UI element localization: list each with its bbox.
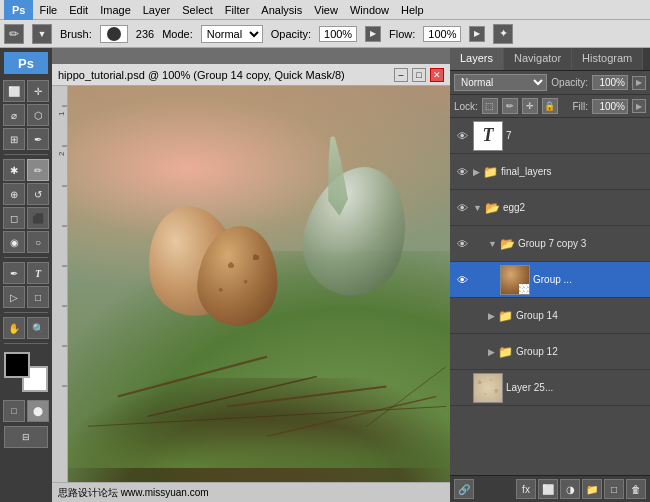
opacity-value[interactable]: 100% [319,26,357,42]
eye-group7copy3[interactable]: 👁 [454,236,470,252]
lock-all-btn[interactable]: 🔒 [542,98,558,114]
path-selection-btn[interactable]: ▷ [3,286,25,308]
lock-position-btn[interactable]: ✛ [522,98,538,114]
menu-select[interactable]: Select [176,0,219,20]
layer-info-group14: Group 14 [516,310,646,321]
menu-filter[interactable]: Filter [219,0,255,20]
fill-value[interactable]: 100% [592,99,628,114]
menu-file[interactable]: File [33,0,63,20]
layers-controls: Normal Multiply Screen Opacity: 100% ▶ [450,71,650,95]
standard-mode-btn[interactable]: □ [3,400,25,422]
menu-analysis[interactable]: Analysis [255,0,308,20]
adjustment-btn[interactable]: ◑ [560,479,580,499]
eraser-tool-btn[interactable]: ◻ [3,207,25,229]
arrow-egg2[interactable]: ▼ [473,203,482,213]
lasso-tool-btn[interactable]: ⌀ [3,104,25,126]
menu-ps[interactable]: Ps [4,0,33,20]
maximize-btn[interactable]: □ [412,68,426,82]
history-brush-btn[interactable]: ↺ [27,183,49,205]
menu-layer[interactable]: Layer [137,0,177,20]
dodge-tool-btn[interactable]: ○ [27,231,49,253]
mode-select[interactable]: Normal Multiply Screen [201,25,263,43]
layers-list: 👁 T 7 👁 ▶ 📁 final_layers [450,118,650,475]
menu-image[interactable]: Image [94,0,137,20]
opacity-label: Opacity: [551,77,588,88]
clone-tool-btn[interactable]: ⊕ [3,183,25,205]
pen-tool-btn[interactable]: ✒ [3,262,25,284]
fill-dropdown-btn[interactable]: ▶ [632,99,646,113]
blur-tool-btn[interactable]: ◉ [3,231,25,253]
shape-tool-btn[interactable]: □ [27,286,49,308]
arrow-final-layers[interactable]: ▶ [473,167,480,177]
tab-histogram[interactable]: Histogram [572,48,643,70]
airbrush-toggle[interactable]: ✦ [493,24,513,44]
layer-item-text[interactable]: 👁 T 7 [450,118,650,154]
eye-group14[interactable] [454,308,470,324]
gradient-tool-btn[interactable]: ⬛ [27,207,49,229]
mask-btn[interactable]: ⬜ [538,479,558,499]
eye-text-layer[interactable]: 👁 [454,128,470,144]
fx-btn[interactable]: fx [516,479,536,499]
minimize-btn[interactable]: – [394,68,408,82]
tab-navigator[interactable]: Navigator [504,48,572,70]
arrow-group12[interactable]: ▶ [488,347,495,357]
quick-selection-btn[interactable]: ⬡ [27,104,49,126]
blend-mode-select[interactable]: Normal Multiply Screen [454,74,547,91]
tool-row-10: ✋ 🔍 [3,317,49,339]
eye-final-layers[interactable]: 👁 [454,164,470,180]
arrow-group7copy3[interactable]: ▼ [488,239,497,249]
toggle-btn[interactable]: ▼ [32,24,52,44]
tool-row-6: ◻ ⬛ [3,207,49,229]
lock-image-btn[interactable]: ✏ [502,98,518,114]
layer-name-group14: Group 14 [516,310,646,321]
canvas-image[interactable] [68,86,450,498]
screen-mode-btn[interactable]: ⊟ [4,426,48,448]
crop-tool-btn[interactable]: ⊞ [3,128,25,150]
flow-arrow[interactable]: ▶ [469,26,485,42]
layer-item-group7copy3[interactable]: 👁 ▼ 📂 Group 7 copy 3 [450,226,650,262]
lock-pixels-btn[interactable]: ⬚ [482,98,498,114]
layer-name-group7copy3: Group 7 copy 3 [518,238,646,249]
menu-edit[interactable]: Edit [63,0,94,20]
eye-group-layer[interactable]: 👁 [454,272,470,288]
layer-item-final-layers[interactable]: 👁 ▶ 📁 final_layers [450,154,650,190]
opacity-dropdown-btn[interactable]: ▶ [632,76,646,90]
eyedropper-tool-btn[interactable]: ✒ [27,128,49,150]
zoom-tool-btn[interactable]: 🔍 [27,317,49,339]
eye-group12[interactable] [454,344,470,360]
hand-tool-btn[interactable]: ✋ [3,317,25,339]
menu-help[interactable]: Help [395,0,430,20]
menu-window[interactable]: Window [344,0,395,20]
menu-view[interactable]: View [308,0,344,20]
brush-tool-icon[interactable]: ✏ [4,24,24,44]
tool-row-9: ▷ □ [3,286,49,308]
layer-item-group14[interactable]: ▶ 📁 Group 14 [450,298,650,334]
arrow-group14[interactable]: ▶ [488,311,495,321]
spot-healing-btn[interactable]: ✱ [3,159,25,181]
marquee-tool-btn[interactable]: ⬜ [3,80,25,102]
tab-layers[interactable]: Layers [450,48,504,70]
canvas-container[interactable] [68,86,450,498]
brush-preview[interactable] [100,25,128,43]
layer-item-group-layer[interactable]: 👁 Group ... [450,262,650,298]
foreground-color[interactable] [4,352,30,378]
layer-name-group12: Group 12 [516,346,646,357]
layer-item-layer25[interactable]: Layer 25... [450,370,650,406]
brush-tool-btn[interactable]: ✏ [27,159,49,181]
opacity-arrow[interactable]: ▶ [365,26,381,42]
eye-layer25[interactable] [454,380,470,396]
folder-btn[interactable]: 📁 [582,479,602,499]
delete-layer-btn[interactable]: 🗑 [626,479,646,499]
quick-mask-btn[interactable]: ⬤ [27,400,49,422]
close-btn[interactable]: ✕ [430,68,444,82]
layer-info-group7copy3: Group 7 copy 3 [518,238,646,249]
text-tool-btn[interactable]: T [27,262,49,284]
layer-item-egg2[interactable]: 👁 ▼ 📂 egg2 [450,190,650,226]
flow-value[interactable]: 100% [423,26,461,42]
layer-item-group12[interactable]: ▶ 📁 Group 12 [450,334,650,370]
move-tool-btn[interactable]: ✛ [27,80,49,102]
opacity-value[interactable]: 100% [592,75,628,90]
eye-egg2[interactable]: 👁 [454,200,470,216]
new-layer-btn[interactable]: □ [604,479,624,499]
link-layers-btn[interactable]: 🔗 [454,479,474,499]
